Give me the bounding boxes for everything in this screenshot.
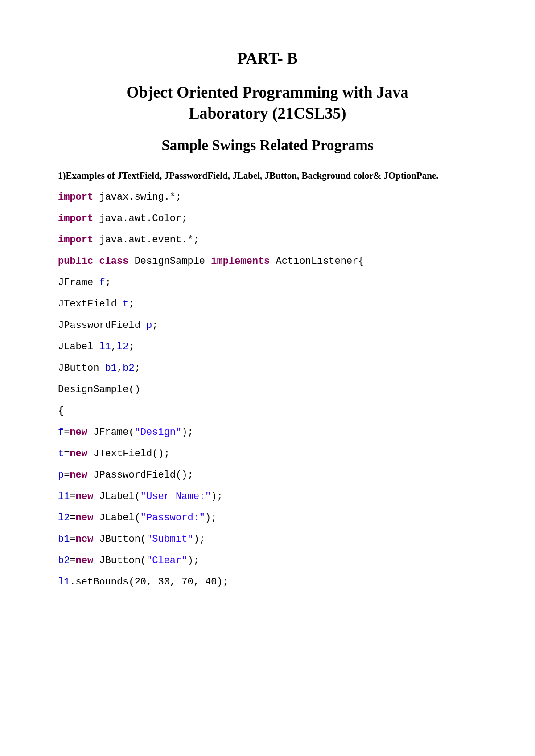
code-token: =: [70, 512, 75, 523]
code-token: =: [70, 491, 75, 502]
code-token: =: [64, 427, 70, 438]
code-token: JPasswordField();: [87, 470, 193, 481]
code-token: [93, 256, 99, 267]
code-token: b1: [58, 534, 70, 545]
heading-subtitle: Sample Swings Related Programs: [58, 137, 477, 154]
code-token: import: [58, 213, 93, 224]
code-token: t: [123, 298, 128, 310]
code-token: JLabel(: [93, 512, 140, 523]
code-line: JLabel l1,l2;: [58, 342, 477, 352]
code-token: "Design": [135, 427, 182, 438]
code-token: ,: [117, 363, 123, 374]
code-token: );: [211, 491, 222, 502]
code-token: JLabel: [58, 341, 99, 352]
code-token: JButton(: [93, 534, 146, 545]
code-line: {: [58, 406, 477, 416]
code-line: l1.setBounds(20, 30, 70, 40);: [58, 577, 477, 587]
code-line: l1=new JLabel("User Name:");: [58, 492, 477, 502]
code-token: =: [70, 534, 75, 545]
code-line: JButton b1,b2;: [58, 364, 477, 373]
code-token: "Submit": [146, 534, 193, 545]
code-token: DesignSample(): [58, 384, 140, 395]
code-token: public: [58, 256, 93, 267]
code-token: java.awt.event.*;: [93, 234, 199, 245]
code-block: import javax.swing.*;import java.awt.Col…: [58, 192, 477, 587]
code-token: JTextField();: [87, 448, 170, 459]
code-line: p=new JPasswordField();: [58, 470, 477, 480]
code-token: new: [76, 534, 94, 545]
code-token: p: [58, 470, 64, 481]
example-label: 1)Examples of JTextField, JPasswordField…: [58, 170, 477, 182]
code-line: import java.awt.Color;: [58, 214, 477, 224]
code-line: l2=new JLabel("Password:");: [58, 513, 477, 523]
code-token: =: [64, 448, 70, 459]
code-token: JTextField: [58, 298, 123, 310]
title-line-2: Laboratory (21CSL35): [189, 104, 346, 122]
code-token: );: [181, 427, 193, 438]
code-line: t=new JTextField();: [58, 449, 477, 459]
code-token: ,: [111, 341, 117, 352]
code-token: import: [58, 234, 93, 245]
code-token: l2: [117, 341, 128, 352]
code-token: );: [193, 534, 205, 545]
code-token: l1: [58, 491, 70, 502]
code-token: =: [70, 555, 75, 566]
code-token: =: [64, 470, 70, 481]
code-token: ;: [135, 363, 140, 374]
code-token: ;: [152, 320, 158, 331]
code-token: l1: [99, 341, 111, 352]
code-token: b1: [105, 363, 117, 374]
code-token: {: [58, 405, 64, 417]
code-token: import: [58, 192, 93, 203]
code-line: import java.awt.event.*;: [58, 235, 477, 245]
code-token: JPasswordField: [58, 320, 146, 331]
code-token: l2: [58, 512, 70, 523]
code-token: t: [58, 448, 64, 459]
code-token: b2: [58, 555, 70, 566]
code-token: java.awt.Color;: [93, 213, 187, 224]
code-line: public class DesignSample implements Act…: [58, 257, 477, 266]
code-token: ActionListener{: [270, 256, 364, 267]
code-token: ;: [128, 341, 134, 352]
code-token: JButton: [58, 363, 105, 374]
title-line-1: Object Oriented Programming with Java: [126, 83, 408, 101]
code-token: .setBounds(20, 30, 70, 40);: [70, 576, 228, 588]
code-token: new: [76, 512, 94, 523]
code-line: JPasswordField p;: [58, 321, 477, 331]
code-token: "Password:": [140, 512, 205, 523]
code-token: );: [187, 555, 199, 566]
code-line: JTextField t;: [58, 299, 477, 309]
code-token: l1: [58, 576, 70, 588]
code-line: f=new JFrame("Design");: [58, 428, 477, 437]
code-token: new: [76, 491, 94, 502]
heading-part: PART- B: [58, 49, 477, 68]
code-token: new: [70, 448, 87, 459]
code-token: new: [76, 555, 94, 566]
code-token: new: [70, 470, 87, 481]
code-line: b2=new JButton("Clear");: [58, 556, 477, 566]
code-token: );: [205, 512, 217, 523]
code-line: JFrame f;: [58, 278, 477, 288]
code-token: DesignSample: [128, 256, 211, 267]
code-token: "User Name:": [140, 491, 211, 502]
code-token: new: [70, 427, 87, 438]
code-token: JButton(: [93, 555, 146, 566]
code-token: p: [146, 320, 152, 331]
code-line: b1=new JButton("Submit");: [58, 535, 477, 544]
heading-title: Object Oriented Programming with Java La…: [58, 82, 477, 124]
code-token: JLabel(: [93, 491, 140, 502]
code-token: class: [99, 256, 128, 267]
code-token: ;: [128, 298, 134, 310]
code-token: javax.swing.*;: [93, 192, 181, 203]
code-token: f: [99, 277, 105, 288]
code-line: import javax.swing.*;: [58, 192, 477, 202]
code-token: f: [58, 427, 64, 438]
code-line: DesignSample(): [58, 385, 477, 395]
code-token: ;: [105, 277, 111, 288]
code-token: JFrame: [58, 277, 99, 288]
code-token: "Clear": [146, 555, 187, 566]
code-token: implements: [211, 256, 270, 267]
code-token: b2: [123, 363, 134, 374]
code-token: JFrame(: [87, 427, 135, 438]
